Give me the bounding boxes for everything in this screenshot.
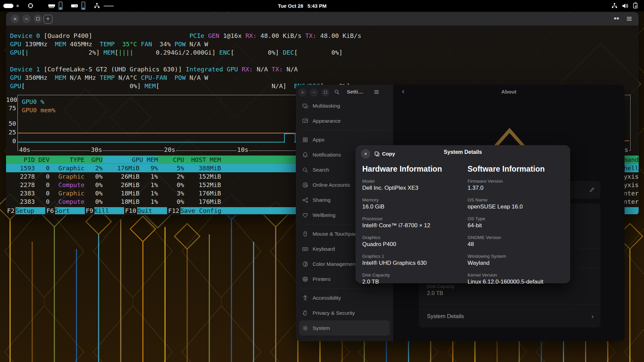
terminal-text: [ — [21, 49, 25, 56]
info-row: Firmware Version1.37.0 — [468, 179, 503, 191]
minimize-icon[interactable]: − — [22, 14, 31, 23]
tiles-icon[interactable] — [613, 15, 620, 23]
cell-dev: 0 — [35, 165, 50, 172]
terminal-text: [ 0%] — [21, 82, 145, 89]
activities-pill[interactable] — [3, 4, 13, 8]
col-header-cpu[interactable]: CPU — [158, 156, 184, 163]
info-row: Disk Capacity2.0 TB — [362, 273, 390, 285]
terminal-text: TEMP — [100, 41, 122, 48]
fkey-action-setup[interactable]: Setup — [15, 207, 45, 214]
terminal-text: 1@16x — [223, 32, 246, 39]
cell-mem: 1% — [140, 190, 158, 197]
cell-cpu: 0% — [158, 198, 184, 205]
terminal-text: RX: — [242, 66, 257, 73]
terminal-text: 405MHz — [70, 41, 100, 48]
cell-dev: 0 — [35, 181, 50, 188]
info-row: Graphics 1Intel® UHD Graphics 630 — [362, 254, 427, 266]
cell-pid: 2278 — [10, 181, 35, 188]
fkey-label: F10 — [124, 207, 137, 214]
col-header-type[interactable]: TYPE — [50, 156, 85, 163]
maximize-icon[interactable] — [34, 14, 42, 23]
cell-gmem: 18MiB — [103, 190, 140, 197]
terminal-text: MEM — [55, 74, 70, 81]
ethernet-icon[interactable] — [611, 2, 618, 9]
col-header-gpumem[interactable]: GPU MEM — [103, 156, 158, 163]
terminal-text: POW — [174, 41, 190, 48]
info-row: ProcessorIntel® Core™ i7-8700 × 12 — [362, 216, 430, 229]
top-bar: Tue Oct 28 5:43 PM — [0, 0, 644, 11]
terminal-text: [ — [115, 49, 118, 56]
cell-pid: 2383 — [10, 190, 35, 197]
terminal-text: |||| — [118, 49, 133, 56]
cell-dev: 0 — [35, 198, 50, 205]
terminal-text: | — [25, 49, 29, 56]
fkey-action-quit[interactable]: Quit — [137, 207, 167, 214]
terminal-text: MEM — [103, 49, 114, 56]
terminal-text: CPU-FAN — [141, 74, 174, 81]
chart-ylabel: 100 — [6, 96, 16, 104]
battery-icon[interactable] — [632, 2, 639, 9]
network-tree-icon — [93, 2, 101, 9]
terminal-text — [92, 32, 190, 39]
terminal-text: N/A W — [190, 74, 208, 81]
cpu-icon — [27, 2, 34, 9]
col-header-hostmem[interactable]: HOST MEM — [184, 156, 221, 163]
new-tab-icon[interactable]: + — [44, 15, 52, 23]
mem-line — [18, 133, 313, 133]
chart-ylabel: 50 — [6, 120, 16, 127]
terminal-text: POW — [174, 74, 190, 81]
cell-type: Graphic — [50, 190, 85, 197]
terminal-text: 48.00 KiB/s — [320, 32, 362, 39]
info-label: GNOME Version — [468, 235, 501, 240]
cell-gpu: 0% — [85, 173, 103, 180]
info-label: OS Name — [468, 197, 523, 202]
clock[interactable]: Tue Oct 28 5:43 PM — [278, 0, 327, 11]
terminal-titlebar[interactable]: × − + — [6, 12, 639, 26]
chart-xlabel: 20s — [163, 146, 176, 153]
cell-pid: 2383 — [10, 198, 35, 205]
volume-icon[interactable] — [621, 2, 629, 10]
fkey-action-kill[interactable]: Kill — [94, 207, 124, 214]
terminal-text: [ N/A] — [156, 82, 294, 89]
menu-icon[interactable] — [626, 15, 633, 23]
nvtop-device0-header: Device 0 [Quadro P400] PCIe GEN 1@16x RX… — [10, 32, 637, 40]
col-header-pid[interactable]: PID — [10, 156, 35, 163]
cell-gmem: 18MiB — [103, 198, 140, 205]
terminal-text: TX: — [272, 66, 287, 73]
cell-type: Compute — [50, 181, 85, 188]
nvtop-device0-stats: GPU 139MHz MEM 405MHz TEMP 35°C FAN 34% … — [10, 40, 637, 48]
terminal-text: [Quadro P400] — [44, 32, 92, 39]
workspace-dot[interactable] — [16, 5, 19, 7]
chart-ylabel: 75 — [6, 105, 16, 112]
info-label: OS Type — [468, 216, 485, 221]
memory-icon — [48, 2, 56, 10]
cell-type: Graphic — [50, 173, 85, 180]
info-row: GraphicsQuadro P400 — [362, 235, 396, 248]
cell-gpu: 2% — [85, 165, 103, 172]
section-heading: Software Information — [468, 165, 568, 174]
info-value: Quadro P400 — [362, 241, 396, 248]
col-header-gpu[interactable]: GPU — [85, 156, 103, 163]
fkey-label: F2 — [6, 207, 15, 214]
terminal-text: GPU — [10, 74, 25, 81]
fkey-action-sort[interactable]: Sort — [55, 207, 85, 214]
info-row: OS Type64-bit — [468, 216, 485, 229]
fkey-label: F12 — [167, 207, 180, 214]
cell-mem: 1% — [140, 198, 158, 205]
cell-dev: 0 — [35, 190, 50, 197]
terminal-text: GPU — [10, 41, 25, 48]
info-value: Wayland — [468, 260, 506, 266]
info-value: Intel® Core™ i7-8700 × 12 — [362, 222, 430, 229]
close-icon[interactable]: × — [11, 14, 19, 23]
nvtop-device1-header: Device 1 [CoffeeLake-S GT2 (UHD Graphics… — [10, 65, 637, 73]
chart-legend-gpu: GPU0 % — [22, 98, 44, 106]
col-header-dev[interactable]: DEV — [35, 156, 50, 163]
terminal-text: 35°C — [122, 41, 141, 48]
info-value: 16.0 GiB — [362, 203, 384, 210]
info-row: Kernel VersionLinux 6.12.0-160000.5-defa… — [468, 273, 543, 285]
terminal-text: MEM — [55, 41, 70, 48]
info-value: 1.37.0 — [468, 185, 503, 191]
software-info-column: Software Information Firmware Version1.3… — [468, 165, 568, 174]
cell-cpu: 3% — [158, 190, 184, 197]
terminal-text: FAN — [141, 41, 160, 48]
